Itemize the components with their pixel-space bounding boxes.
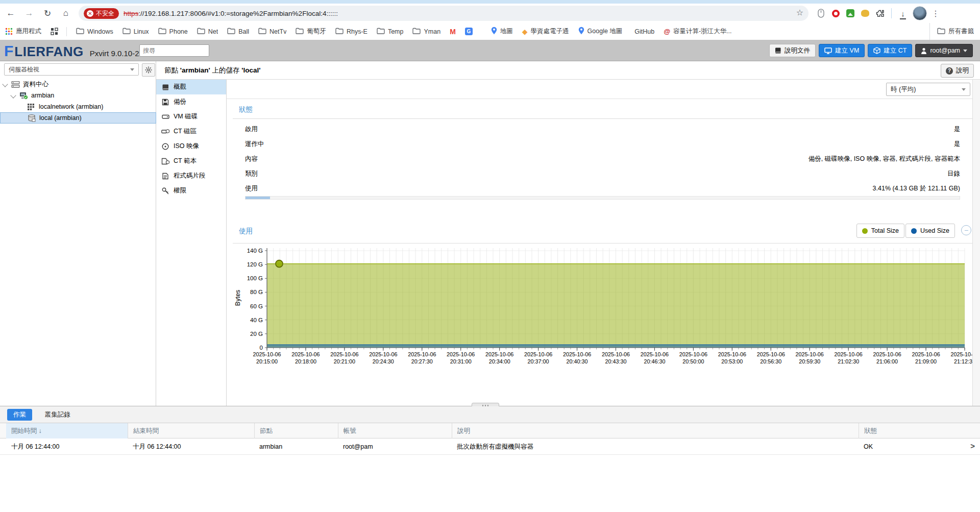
forward-icon[interactable]: →: [21, 6, 37, 20]
mouse-extension-icon[interactable]: [816, 8, 826, 18]
bookmark-item[interactable]: G: [465, 28, 473, 35]
status-panel-title: 狀態: [239, 105, 972, 114]
bookmark-item[interactable]: Google 地圖: [578, 27, 623, 36]
tab-groups-icon[interactable]: [51, 28, 58, 35]
bookmark-item[interactable]: @容量计算-浙江大华...: [664, 27, 731, 36]
column-header-2[interactable]: 節點: [254, 423, 338, 438]
bookmark-label: NetTv: [270, 28, 286, 35]
create-ct-button[interactable]: 建立 CT: [868, 44, 912, 57]
bookmark-label: Net: [208, 28, 218, 35]
search-input[interactable]: [139, 44, 209, 57]
svg-text:20:21:00: 20:21:00: [334, 358, 355, 364]
profile-avatar[interactable]: [913, 6, 927, 20]
timeframe-select[interactable]: 時 (平均): [886, 83, 970, 96]
menu-item-iso-disc[interactable]: ISO 映像: [156, 139, 226, 154]
user-menu-button[interactable]: root@pam: [915, 44, 973, 57]
bookmark-folder-item[interactable]: Rhys-E: [335, 28, 368, 36]
legend-dot: [862, 228, 868, 234]
menu-item-snippet[interactable]: 程式碼片段: [156, 168, 226, 183]
sidebar-settings-button[interactable]: [142, 63, 155, 77]
bookmark-folder-item[interactable]: Linux: [122, 28, 149, 36]
status-label: 使用: [245, 184, 258, 193]
menu-item-label: 權限: [174, 186, 186, 195]
bookmark-label: 容量计算-浙江大华...: [673, 27, 732, 36]
svg-text:20:59:30: 20:59:30: [799, 358, 820, 364]
security-badge[interactable]: ✕不安全: [84, 8, 119, 19]
green-extension-icon[interactable]: [845, 8, 855, 18]
all-bookmarks-button[interactable]: 所有書籤: [929, 23, 974, 40]
sidebar-tree-item-localnetwork[interactable]: localnetwork (armbian): [0, 101, 156, 112]
yellow-extension-icon[interactable]: [860, 8, 870, 18]
downloads-icon[interactable]: ↓: [898, 8, 908, 18]
bookmark-star-icon[interactable]: ☆: [796, 8, 803, 17]
column-header-4[interactable]: 說明: [452, 423, 859, 438]
menu-item-label: CT 磁區: [174, 127, 197, 136]
home-icon[interactable]: ⌂: [58, 6, 74, 20]
menu-item-ct-template[interactable]: CT 範本: [156, 154, 226, 168]
bookmark-folder-item[interactable]: NetTv: [258, 28, 286, 36]
menu-item-hdd[interactable]: VM 磁碟: [156, 109, 226, 124]
menu-item-floppy[interactable]: 備份: [156, 94, 226, 109]
column-header-1[interactable]: 結束時間: [128, 423, 254, 438]
svg-text:20:31:00: 20:31:00: [450, 358, 472, 364]
bookmark-folder-item[interactable]: Windows: [76, 28, 113, 36]
content-scrollbar[interactable]: [972, 80, 980, 406]
task-tab-cluster-log[interactable]: 叢集記錄: [39, 409, 77, 421]
status-row: 類別目錄: [245, 169, 960, 178]
caret-down-icon[interactable]: [2, 81, 8, 87]
extensions-puzzle-icon[interactable]: [875, 8, 885, 18]
create-vm-button[interactable]: 建立 VM: [819, 44, 865, 57]
sidebar-tree-item-資料中心[interactable]: 資料中心: [0, 79, 156, 90]
browser-toolbar: ← → ↻ ⌂ ✕不安全 https://192.168.1.217:8006/…: [0, 4, 980, 23]
svg-text:21:09:00: 21:09:00: [915, 358, 937, 364]
apps-shortcut[interactable]: 應用程式: [5, 27, 41, 36]
column-header-3[interactable]: 帳號: [338, 423, 452, 438]
svg-text:20:56:30: 20:56:30: [760, 358, 781, 364]
reload-icon[interactable]: ↻: [40, 6, 55, 20]
documentation-button[interactable]: 說明文件: [769, 44, 816, 57]
folder-icon: [227, 28, 235, 36]
floppy-icon: [161, 98, 169, 106]
task-tab-tasks[interactable]: 作業: [7, 409, 32, 421]
bookmark-folder-item[interactable]: 葡萄牙: [296, 27, 326, 36]
status-value: 備份, 磁碟映像, ISO 映像, 容器, 程式碼片段, 容器範本: [808, 155, 960, 163]
table-cell-5: OK: [859, 438, 980, 455]
sidebar-tree-item-armbian[interactable]: armbian: [0, 90, 156, 101]
bookmark-folder-item[interactable]: Net: [197, 28, 218, 36]
collapse-panel-icon[interactable]: −: [961, 225, 971, 235]
bookmark-folder-item[interactable]: Phone: [158, 28, 188, 36]
tree-item-label: local (armbian): [39, 112, 82, 124]
address-bar[interactable]: ✕不安全 https://192.168.1.217:8006/#v1:0:=s…: [79, 6, 808, 21]
bookmark-item[interactable]: M: [450, 28, 456, 36]
status-label: 類別: [245, 169, 258, 178]
svg-text:2025-10-06: 2025-10-06: [330, 351, 358, 357]
red-o-extension-icon[interactable]: [830, 8, 841, 18]
browser-menu-icon[interactable]: ⋮: [932, 9, 940, 18]
caret-down-icon[interactable]: [10, 92, 16, 98]
bookmark-item[interactable]: GitHub: [631, 28, 654, 35]
svg-text:2025-10-06: 2025-10-06: [641, 351, 669, 357]
legend-item-total-size[interactable]: Total Size: [856, 224, 904, 238]
svg-text:2025-10-06: 2025-10-06: [291, 351, 320, 357]
bookmarks-bar: 應用程式 WindowsLinuxPhoneNetBallNetTv葡萄牙Rhy…: [0, 23, 980, 40]
menu-item-ct-volume[interactable]: CT 磁區: [156, 124, 226, 139]
menu-item-key[interactable]: 權限: [156, 183, 226, 198]
table-row[interactable]: > 十月 06 12:44:00十月 06 12:44:00armbianroo…: [0, 438, 980, 455]
sidebar-tree-item-local[interactable]: local (armbian): [0, 112, 156, 124]
bookmark-folder-item[interactable]: Ball: [227, 28, 249, 36]
legend-item-used-size[interactable]: Used Size: [905, 224, 955, 238]
help-button[interactable]: ? 說明: [941, 64, 974, 78]
bookmark-folder-item[interactable]: Yman: [412, 28, 440, 36]
menu-item-book[interactable]: 概觀: [156, 80, 226, 94]
bookmark-item[interactable]: 地圖: [491, 27, 513, 36]
toolbar-separator: [891, 8, 892, 18]
back-icon[interactable]: ←: [3, 6, 18, 20]
view-mode-select[interactable]: 伺服器檢視: [4, 63, 139, 76]
status-value: 目錄: [947, 169, 960, 178]
bookmark-folder-item[interactable]: Temp: [377, 28, 404, 36]
column-header-5[interactable]: 狀態: [859, 423, 980, 438]
usage-chart: 020 G40 G60 G80 G100 G120 G140 GBytes202…: [233, 247, 972, 368]
usage-panel: 使用 Total SizeUsed Size − 020 G40 G60 G80…: [233, 224, 972, 368]
bookmark-item[interactable]: ◆學資處電子通: [522, 27, 569, 36]
column-header-0[interactable]: 開始時間 ↓: [6, 423, 128, 438]
